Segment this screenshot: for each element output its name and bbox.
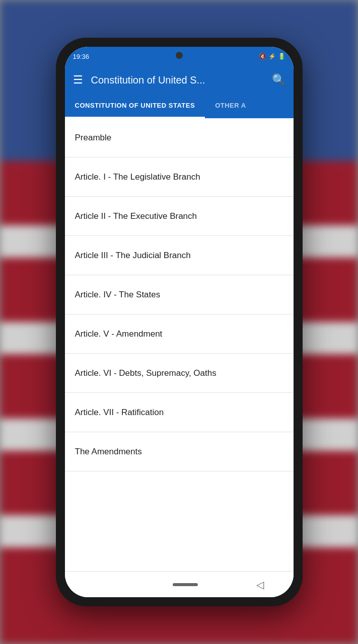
list-item-text: Article. I - The Legislative Branch — [75, 172, 200, 182]
list-item[interactable]: Article. VII - Ratification — [65, 393, 294, 432]
search-icon[interactable]: 🔍 — [272, 73, 285, 87]
status-icons: 🔇 ⚡ 🔋 — [259, 53, 285, 60]
app-title: Constitution of United S... — [91, 74, 264, 86]
app-bar: ☰ Constitution of United S... 🔍 — [65, 66, 294, 94]
phone-device: 19:36 🔇 ⚡ 🔋 ☰ Constitution of United S..… — [56, 38, 303, 606]
list-item-text: The Amendments — [75, 447, 142, 457]
list-item[interactable]: Article. IV - The States — [65, 275, 294, 314]
battery-icon: 🔋 — [278, 53, 285, 60]
list-item-text: Article. V - Amendment — [75, 329, 163, 339]
list-item-text: Article. VI - Debts, Supremacy, Oaths — [75, 368, 217, 378]
list-item[interactable]: Article. V - Amendment — [65, 314, 294, 354]
home-indicator[interactable] — [173, 583, 198, 586]
list-item[interactable]: Article. VI - Debts, Supremacy, Oaths — [65, 354, 294, 393]
list-item-text: Article. IV - The States — [75, 290, 161, 300]
list-item[interactable]: The Amendments — [65, 432, 294, 471]
back-icon[interactable]: ◁ — [256, 579, 264, 591]
camera-dot — [176, 52, 183, 59]
tab-constitution[interactable]: CONSTITUTION OF UNITED STATES — [65, 94, 205, 118]
list-item-text: Article. VII - Ratification — [75, 408, 164, 418]
list-item-text: Preamble — [75, 133, 112, 143]
bluetooth-icon: ⚡ — [268, 53, 276, 60]
list-item-text: Article III - The Judicial Branch — [75, 251, 191, 261]
phone-screen: 19:36 🔇 ⚡ 🔋 ☰ Constitution of United S..… — [65, 47, 294, 597]
nav-bar: ◁ — [65, 571, 294, 597]
status-time: 19:36 — [73, 53, 90, 60]
list-item[interactable]: Article. I - The Legislative Branch — [65, 157, 294, 197]
mute-icon: 🔇 — [259, 53, 266, 60]
tabs-bar: CONSTITUTION OF UNITED STATES OTHER A — [65, 94, 294, 118]
list-item[interactable]: Preamble — [65, 118, 294, 157]
content-list: Preamble Article. I - The Legislative Br… — [65, 118, 294, 571]
list-item-text: Article II - The Executive Branch — [75, 211, 197, 221]
tab-other[interactable]: OTHER A — [205, 94, 256, 118]
list-item[interactable]: Article III - The Judicial Branch — [65, 236, 294, 275]
list-item[interactable]: Article II - The Executive Branch — [65, 197, 294, 236]
menu-icon[interactable]: ☰ — [73, 74, 83, 86]
